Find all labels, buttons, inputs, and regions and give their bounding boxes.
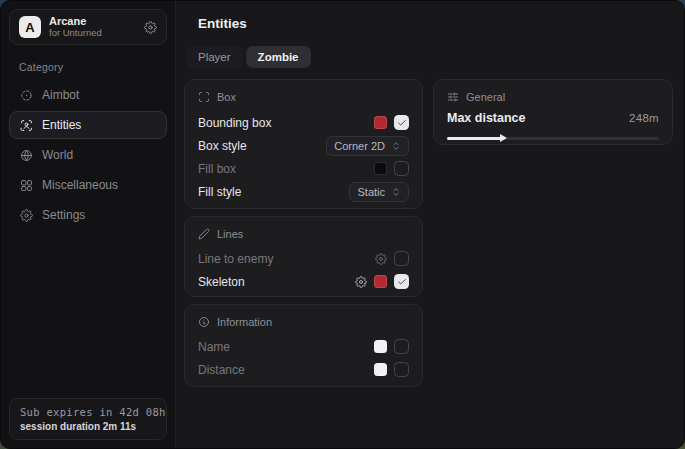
globe-icon (20, 149, 33, 162)
scan-box-icon (198, 91, 210, 103)
main-panel: Entities Player Zombie Box Bounding box (176, 1, 684, 448)
slider-fill (447, 137, 502, 140)
chevrons-up-down-icon (391, 141, 401, 151)
checkbox-unchecked[interactable] (394, 362, 409, 377)
color-swatch[interactable] (374, 116, 387, 129)
sidebar-item-settings[interactable]: Settings (9, 201, 167, 229)
setting-label: Skeleton (198, 275, 245, 289)
max-distance-slider[interactable] (447, 134, 659, 142)
card-title: Lines (217, 228, 243, 240)
tab-zombie[interactable]: Zombie (246, 46, 311, 68)
gear-icon (20, 209, 33, 222)
checkbox-checked[interactable] (394, 115, 409, 130)
gear-icon[interactable] (144, 21, 157, 34)
setting-label: Bounding box (198, 116, 271, 130)
setting-row-name: Name (198, 339, 409, 354)
general-card: General Max distance 248m (433, 79, 673, 145)
sidebar-item-world[interactable]: World (9, 141, 167, 169)
gear-icon[interactable] (355, 276, 367, 288)
category-label: Category (19, 61, 157, 73)
sidebar: A Arcane for Unturned Category Aimbot (1, 1, 176, 448)
grid-icon (20, 179, 33, 192)
setting-row-skeleton: Skeleton (198, 274, 409, 289)
box-card: Box Bounding box Box style Corner 2D (184, 79, 423, 209)
app-window: A Arcane for Unturned Category Aimbot (0, 0, 685, 449)
box-style-select[interactable]: Corner 2D (326, 136, 409, 156)
brand-name: Arcane (49, 15, 102, 28)
color-swatch[interactable] (374, 162, 387, 175)
sidebar-item-label: World (42, 148, 73, 162)
sidebar-item-label: Settings (42, 208, 85, 222)
setting-row-fill-style: Fill style Static (198, 184, 409, 199)
tab-player[interactable]: Player (186, 46, 243, 68)
sidebar-item-aimbot[interactable]: Aimbot (9, 81, 167, 109)
color-swatch[interactable] (374, 340, 387, 353)
brand-text: Arcane for Unturned (49, 15, 102, 39)
card-title: General (466, 91, 505, 103)
scan-person-icon (20, 119, 33, 132)
setting-row-distance: Distance (198, 362, 409, 377)
checkbox-unchecked[interactable] (394, 251, 409, 266)
setting-label: Distance (198, 363, 245, 377)
entity-tabs: Player Zombie (186, 46, 311, 68)
brand-card: A Arcane for Unturned (9, 9, 167, 45)
select-value: Static (357, 186, 385, 198)
setting-row-fill-box: Fill box (198, 161, 409, 176)
info-icon (198, 316, 210, 328)
sidebar-item-label: Aimbot (42, 88, 79, 102)
setting-label: Fill style (198, 185, 241, 199)
card-title: Information (217, 316, 272, 328)
chevrons-up-down-icon (391, 187, 401, 197)
fill-style-select[interactable]: Static (349, 182, 409, 202)
sidebar-item-miscellaneous[interactable]: Miscellaneous (9, 171, 167, 199)
setting-row-box-style: Box style Corner 2D (198, 138, 409, 153)
color-swatch[interactable] (374, 275, 387, 288)
select-value: Corner 2D (334, 140, 385, 152)
brand-avatar: A (19, 16, 41, 38)
setting-row-max-distance: Max distance 248m (447, 111, 659, 125)
crosshair-icon (20, 89, 33, 102)
setting-label: Max distance (447, 111, 526, 125)
sidebar-item-label: Entities (42, 118, 81, 132)
card-title: Box (217, 91, 236, 103)
page-title: Entities (198, 16, 247, 31)
sliders-icon (447, 91, 459, 103)
checkbox-checked[interactable] (394, 274, 409, 289)
subscription-info-card: Sub expires in 42d 08h session duration … (9, 398, 167, 440)
subscription-expiry-text: Sub expires in 42d 08h (20, 406, 156, 418)
lines-card: Lines Line to enemy Skeleton (184, 216, 423, 297)
brand-subtitle: for Unturned (49, 28, 102, 39)
sidebar-item-label: Miscellaneous (42, 178, 118, 192)
sidebar-item-entities[interactable]: Entities (9, 111, 167, 139)
setting-label: Name (198, 340, 230, 354)
setting-label: Fill box (198, 162, 236, 176)
slider-value: 248m (629, 112, 659, 124)
gear-icon[interactable] (375, 253, 387, 265)
checkbox-unchecked[interactable] (394, 339, 409, 354)
setting-row-line-to-enemy: Line to enemy (198, 251, 409, 266)
information-card: Information Name Distance (184, 304, 423, 387)
setting-row-bounding-box: Bounding box (198, 115, 409, 130)
setting-label: Box style (198, 139, 247, 153)
color-swatch[interactable] (374, 363, 387, 376)
session-duration-text: session duration 2m 11s (20, 421, 156, 432)
slider-thumb[interactable] (500, 134, 507, 142)
pencil-icon (198, 228, 210, 240)
checkbox-unchecked[interactable] (394, 161, 409, 176)
setting-label: Line to enemy (198, 252, 273, 266)
slider-track[interactable] (447, 137, 659, 140)
sidebar-nav: Aimbot Entities World Miscellaneous (9, 81, 167, 229)
